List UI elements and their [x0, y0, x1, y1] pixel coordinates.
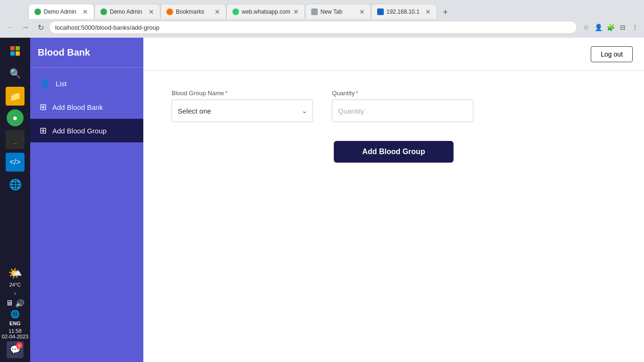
os-taskbar: 🔍 📁 ● _ </> 🌐 🌤️ 24°C › 🖥 🔊 🌐 ENG 11:58 … [0, 38, 30, 362]
blood-group-select[interactable]: Select one A+ A- B+ B- O+ O- AB+ AB- [172, 99, 313, 122]
tab-4-favicon [232, 8, 239, 15]
tab-4[interactable]: web.whatsapp.com ✕ [226, 4, 305, 19]
quantity-label: Quantity* [332, 90, 473, 97]
required-marker: * [225, 90, 227, 97]
blood-group-name-group: Blood Group Name* Select one A+ A- B+ B-… [172, 90, 313, 122]
svg-rect-3 [16, 51, 20, 56]
sidebar-nav: 👤 List ⊞ Add Blood Bank ⊞ Add Blood Grou… [30, 68, 143, 146]
add-blood-group-button[interactable]: Add Blood Group [334, 141, 453, 163]
logout-button[interactable]: Log out [591, 46, 633, 62]
profile-icon[interactable]: 👤 [593, 22, 603, 33]
tab-6-close[interactable]: ✕ [425, 8, 431, 16]
tab-6[interactable]: 192.168.10.1 ✕ [371, 4, 437, 19]
files-icon[interactable]: 📁 [6, 87, 25, 106]
os-network-icon: 🌐 [10, 310, 20, 319]
language-label: ENG [9, 321, 21, 326]
add-blood-group-icon: ⊞ [40, 125, 47, 136]
main-content: Log out Blood Group Name* Select one A+ … [143, 38, 644, 362]
windows-start-icon[interactable] [6, 41, 25, 60]
address-bar[interactable]: localhost:5000/blood-banks/add-group [49, 21, 577, 34]
volume-icon: 🔊 [15, 299, 25, 308]
main-header: Log out [143, 38, 644, 71]
tab-5-favicon [311, 8, 318, 15]
tab-1[interactable]: Demo Admin ✕ [28, 4, 94, 19]
address-text: localhost:5000/blood-banks/add-group [55, 24, 159, 31]
sidebar-logo: Blood Bank [38, 47, 136, 58]
blood-group-select-wrapper: Select one A+ A- B+ B- O+ O- AB+ AB- ⌄ [172, 99, 313, 122]
tab-3-close[interactable]: ✕ [215, 8, 220, 16]
tab-2-close[interactable]: ✕ [149, 8, 154, 16]
tab-5-close[interactable]: ✕ [359, 8, 365, 16]
sidebar-list-label: List [56, 80, 66, 88]
address-bar-icons: ☆ 👤 🧩 ⊟ ⋮ [581, 22, 640, 33]
blood-group-name-label: Blood Group Name* [172, 90, 313, 97]
app-layout: 🔍 📁 ● _ </> 🌐 🌤️ 24°C › 🖥 🔊 🌐 ENG 11:58 … [0, 38, 644, 362]
sidebar-add-blood-group-label: Add Blood Group [52, 127, 107, 135]
tab-2[interactable]: Demo Admin ✕ [94, 4, 160, 19]
sidebar-item-add-blood-bank[interactable]: ⊞ Add Blood Bank [30, 95, 143, 119]
forward-button[interactable]: → [19, 21, 32, 34]
form-area: Blood Group Name* Select one A+ A- B+ B-… [143, 71, 644, 362]
monitor-icon: 🖥 [6, 299, 13, 308]
vscode-icon[interactable]: </> [6, 153, 25, 172]
menu-icon[interactable]: ⋮ [630, 22, 640, 33]
browser-chrome: Demo Admin ✕ Demo Admin ✕ Bookmarks ✕ we… [0, 0, 644, 38]
globe-icon: 🌐 [10, 310, 20, 319]
svg-rect-1 [16, 46, 20, 50]
tab-5[interactable]: New Tab ✕ [305, 4, 371, 19]
terminal-icon[interactable]: _ [6, 130, 25, 149]
green-app-icon[interactable]: ● [7, 109, 24, 126]
clock-time: 11:58 [2, 328, 28, 334]
os-bottom-bar: 🌤️ 24°C › 🖥 🔊 🌐 ENG 11:58 02-04-2023 💬 9 [2, 267, 28, 358]
notification-icon[interactable]: 💬 9 [7, 341, 24, 358]
bookmark-icon[interactable]: ☆ [581, 22, 591, 33]
search-icon[interactable]: 🔍 [6, 64, 25, 83]
quantity-input[interactable] [332, 99, 473, 122]
tab-4-label: web.whatsapp.com [242, 8, 290, 15]
sidebar-item-add-blood-group[interactable]: ⊞ Add Blood Group [30, 119, 143, 142]
submit-row: Add Blood Group [172, 141, 616, 163]
extensions-icon[interactable]: 🧩 [605, 22, 616, 33]
tab-3[interactable]: Bookmarks ✕ [160, 4, 226, 19]
address-bar-row: ← → ↻ localhost:5000/blood-banks/add-gro… [0, 19, 644, 38]
os-clock: 11:58 02-04-2023 [2, 328, 28, 339]
chrome-icon[interactable]: 🌐 [6, 175, 25, 194]
clock-date: 02-04-2023 [2, 334, 28, 339]
tab-bar: Demo Admin ✕ Demo Admin ✕ Bookmarks ✕ we… [0, 0, 644, 19]
tab-4-close[interactable]: ✕ [293, 8, 299, 16]
sidebar: Blood Bank 👤 List ⊞ Add Blood Bank ⊞ Add… [30, 38, 143, 362]
notification-badge: 9 [16, 342, 23, 349]
svg-rect-0 [10, 46, 15, 50]
tab-1-favicon [34, 8, 41, 15]
tab-5-label: New Tab [321, 8, 356, 15]
sidebar-header: Blood Bank [30, 38, 143, 68]
weather-icon: 🌤️ [8, 267, 22, 280]
tab-3-favicon [166, 8, 173, 15]
tab-3-label: Bookmarks [176, 8, 212, 15]
tab-1-close[interactable]: ✕ [83, 8, 88, 16]
svg-rect-2 [10, 51, 15, 56]
tab-1-label: Demo Admin [44, 8, 80, 15]
sidebar-item-list[interactable]: 👤 List [30, 72, 143, 95]
new-tab-button[interactable]: + [439, 6, 452, 19]
tab-6-label: 192.168.10.1 [387, 8, 422, 15]
quantity-required-marker: * [355, 90, 358, 97]
chevron-icon[interactable]: › [14, 289, 17, 297]
tab-2-label: Demo Admin [110, 8, 146, 15]
tab-2-favicon [100, 8, 107, 15]
list-icon: 👤 [40, 78, 50, 89]
reload-button[interactable]: ↻ [34, 21, 47, 34]
sidebar-add-blood-bank-label: Add Blood Bank [52, 103, 103, 111]
back-button[interactable]: ← [4, 21, 17, 34]
quantity-group: Quantity* [332, 90, 473, 122]
weather-temp: 24°C [9, 282, 21, 288]
form-fields-row: Blood Group Name* Select one A+ A- B+ B-… [172, 90, 616, 122]
sidebar-toggle-icon[interactable]: ⊟ [618, 22, 628, 33]
os-status-icons: 🖥 🔊 [6, 299, 25, 308]
tab-6-favicon [377, 8, 384, 15]
add-blood-bank-icon: ⊞ [40, 102, 47, 112]
